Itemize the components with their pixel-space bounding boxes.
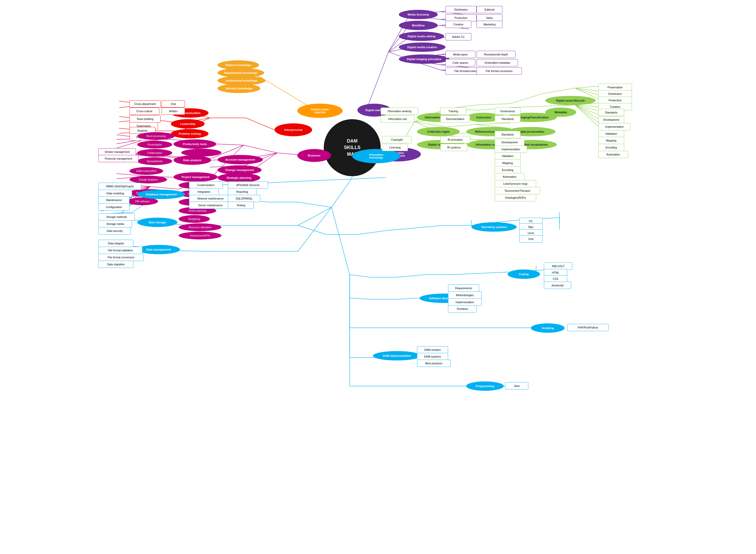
oval-google-analytics: Google Analytics (129, 176, 167, 183)
canvas: DAMSKILLSMAP Subject matterexpertise Dig… (0, 0, 756, 554)
rect-automation-cv: Automation (495, 173, 524, 180)
rect-validation-m: Validation (598, 130, 624, 137)
rect-standards-cv: Standards (495, 131, 520, 138)
rect-best-practices: Best practices (417, 359, 451, 367)
rect-ir-principles: IR principles (440, 136, 470, 143)
rect-data-security: Data security (99, 227, 131, 234)
svg-line-81 (243, 145, 277, 153)
rect-dam-systems: DAM systems (417, 353, 448, 360)
oval-digital-imaging: Digital imaging principles (399, 54, 449, 64)
svg-line-184 (396, 275, 425, 277)
sector-interpersonal[interactable]: Interpersonal (274, 123, 312, 136)
svg-line-42 (445, 124, 477, 127)
rect-licensing: Licensing (382, 144, 408, 151)
hub: DAMSKILLSMAP (324, 119, 381, 176)
svg-line-43 (477, 123, 510, 124)
rect-data-migration: Data migration (99, 261, 133, 268)
sector-info-tech[interactable]: Informationtechnology (352, 149, 400, 163)
rect-color-spaces: Color spaces (445, 59, 475, 66)
svg-line-142 (298, 180, 326, 181)
svg-line-141 (272, 181, 298, 183)
rect-cross-culture: Cross-culture (129, 108, 159, 115)
svg-line-158 (386, 228, 415, 231)
rect-reporting: Reporting (228, 188, 256, 196)
oval-vendor-mgmt (181, 149, 222, 157)
rect-vendor-mgmt: Vendor management (99, 148, 136, 156)
rect-data-integrity: Data integrity (99, 240, 133, 247)
rect-file-format-conversion: File format conversion (477, 67, 522, 75)
oval-coding: Coding (508, 270, 540, 279)
oval-strategic-planning: Strategic planning (217, 173, 260, 182)
rect-testing: Testing (228, 202, 254, 209)
rect-documentation: Documentation (440, 115, 470, 122)
rect-distribution: Distribution (445, 6, 477, 13)
oval-presentation: Presentation (137, 141, 172, 149)
svg-line-35 (477, 104, 510, 105)
rect-css: CSS (544, 275, 567, 282)
rect-taxonomies: Taxonomies/Thesauri (495, 187, 540, 195)
rect-encoding-m: Encoding (598, 144, 624, 151)
svg-line-159 (415, 225, 443, 228)
rect-storage-methods: Storage methods (99, 213, 135, 221)
rect-methodologies: Methodologies (448, 291, 482, 299)
rect-php-perl-python: PHP/Perl/Python (567, 324, 609, 331)
rect-requirements: Requirements (448, 284, 479, 292)
rect-oral: Oral (162, 100, 185, 108)
oval-scripting: Scripting (531, 323, 565, 333)
oval-digital-asset-lifecycle: Digital asset lifecycle (545, 96, 596, 105)
svg-line-120 (298, 202, 331, 207)
svg-line-41 (415, 122, 445, 127)
oval-word-processing: Word processing (137, 132, 175, 140)
svg-line-197 (350, 298, 370, 299)
svg-line-0 (262, 78, 311, 108)
rect-network-maintenance: Network maintenance (189, 195, 232, 202)
rect-ontologies: Ontologies/RDFa (495, 194, 536, 201)
svg-line-199 (396, 298, 420, 299)
rect-dbms: DBMS (Rel/Obj/Graph) (99, 183, 141, 190)
oval-data-storage: Data storage (137, 218, 177, 227)
rect-data-modeling: Data modeling (99, 190, 132, 197)
rect-lists-synonym: Lists/Synonym rings (495, 180, 536, 187)
rect-timelines: Timelines (448, 305, 477, 313)
oval-collaboration: Collaboration (137, 149, 172, 157)
rect-javascript: Javascript (544, 282, 571, 289)
rect-creative: Creative (445, 21, 471, 28)
oval-database-mgmt: Database management (137, 190, 185, 199)
sector-business[interactable]: Business (297, 149, 331, 162)
oval-dam-implementation: DAM implementation (373, 351, 421, 361)
rect-team-building: Team-building (129, 115, 161, 122)
svg-line-186 (451, 273, 479, 275)
rect-integration: Integration (189, 188, 219, 196)
svg-line-5 (368, 52, 388, 106)
rect-development-cv: Development (495, 138, 524, 146)
svg-line-181 (331, 207, 350, 275)
sector-subject-matter[interactable]: Subject matterexpertise (297, 104, 343, 118)
rect-cross-dept: Cross-department (129, 100, 161, 108)
oval-assessment-kpis: Assessment/KPIs (179, 232, 222, 239)
rect-editorial: Editorial (477, 6, 502, 13)
svg-line-157 (358, 231, 386, 234)
svg-line-82 (212, 144, 243, 145)
rect-configuration: Configuration (99, 204, 129, 211)
oval-spreadsheets: Spreadsheets (137, 157, 172, 165)
rect-production-dal: Production (598, 97, 632, 104)
rect-automation-m: Automation (598, 151, 628, 158)
svg-line-52 (544, 88, 575, 93)
oval-leadership: Leadership (171, 119, 205, 128)
oval-resource-allocation: Resource allocation (179, 223, 222, 231)
rect-ir-systems: IR systems (440, 144, 467, 151)
rect-unix: Unix (519, 235, 543, 242)
rect-info-use: Information use (381, 115, 415, 122)
rect-java: Java (505, 382, 528, 389)
svg-line-143 (326, 179, 358, 180)
rect-mapping-m: Mapping (598, 137, 624, 144)
rect-resolution: Resolution/bit depth (477, 51, 515, 58)
oval-problem-solving: Problem solving (171, 129, 208, 138)
rect-file-format-conv-dm: File format conversion (99, 254, 144, 261)
rect-file-format-validation: File format validation (99, 247, 142, 254)
rect-development-m: Development (598, 116, 624, 123)
svg-line-106 (150, 186, 179, 189)
rect-storage-media: Storage media (99, 220, 132, 227)
oval-digital-media-creation: Digital media creation (399, 43, 445, 52)
rect-production-ml: Production (445, 14, 477, 21)
